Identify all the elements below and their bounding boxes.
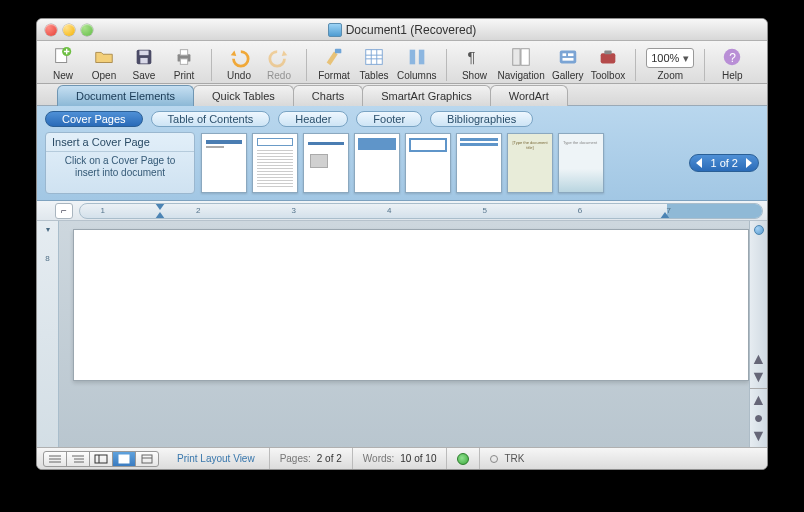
ruler-bar: ⌐ 1 2 3 4 5 6 7 bbox=[37, 201, 767, 221]
spell-check-icon[interactable] bbox=[457, 453, 469, 465]
svg-rect-3 bbox=[139, 51, 148, 56]
track-changes-icon[interactable] bbox=[490, 455, 498, 463]
undo-button[interactable]: Undo bbox=[222, 45, 256, 81]
pager-text: 1 of 2 bbox=[710, 157, 738, 169]
print-layout-view-button[interactable] bbox=[112, 451, 136, 467]
insert-desc: Click on a Cover Page to insert into doc… bbox=[46, 152, 194, 182]
open-icon bbox=[90, 45, 118, 69]
app-window: Document1 (Recovered) New Open Save Prin… bbox=[36, 18, 768, 470]
svg-text:¶: ¶ bbox=[468, 49, 476, 65]
format-icon bbox=[320, 45, 348, 69]
main-toolbar: New Open Save Print Undo Redo Format bbox=[37, 41, 767, 84]
element-tabs: Document Elements Quick Tables Charts Sm… bbox=[37, 84, 767, 106]
indent-marker-top[interactable] bbox=[155, 203, 165, 210]
save-button[interactable]: Save bbox=[127, 45, 161, 81]
svg-rect-20 bbox=[604, 51, 611, 55]
pager-prev[interactable] bbox=[696, 158, 702, 168]
tab-quick-tables[interactable]: Quick Tables bbox=[193, 85, 294, 106]
tab-document-elements[interactable]: Document Elements bbox=[57, 85, 194, 106]
cover-thumb[interactable] bbox=[405, 133, 451, 193]
undo-icon bbox=[225, 45, 253, 69]
tables-icon bbox=[360, 45, 388, 69]
prev-page-icon[interactable]: ▲ bbox=[752, 393, 766, 407]
svg-rect-19 bbox=[601, 53, 616, 63]
cover-thumb[interactable] bbox=[303, 133, 349, 193]
pages-value: 2 of 2 bbox=[317, 453, 342, 464]
insert-title: Insert a Cover Page bbox=[46, 133, 194, 152]
scroll-up-icon[interactable]: ▲ bbox=[752, 352, 766, 366]
vertical-ruler[interactable]: ▾ 8 bbox=[37, 221, 59, 447]
cover-thumb[interactable] bbox=[201, 133, 247, 193]
format-button[interactable]: Format bbox=[317, 45, 351, 81]
tab-charts[interactable]: Charts bbox=[293, 85, 363, 106]
subtab-header[interactable]: Header bbox=[278, 111, 348, 127]
svg-rect-24 bbox=[119, 455, 129, 463]
subtab-footer[interactable]: Footer bbox=[356, 111, 422, 127]
new-button[interactable]: New bbox=[45, 45, 81, 81]
print-icon bbox=[170, 45, 198, 69]
show-icon: ¶ bbox=[460, 45, 488, 69]
notebook-view-button[interactable] bbox=[135, 451, 159, 467]
vertical-scrollbar[interactable]: ▲ ▼ ▲ ● ▼ bbox=[749, 221, 767, 447]
gallery-pager: 1 of 2 bbox=[689, 154, 759, 172]
indent-marker-bottom[interactable] bbox=[155, 212, 165, 219]
redo-icon bbox=[265, 45, 293, 69]
svg-rect-17 bbox=[568, 53, 574, 56]
svg-rect-10 bbox=[409, 50, 415, 65]
pager-next[interactable] bbox=[746, 158, 752, 168]
tables-button[interactable]: Tables bbox=[357, 45, 391, 81]
columns-button[interactable]: Columns bbox=[397, 45, 436, 81]
cover-thumb[interactable] bbox=[456, 133, 502, 193]
subtab-cover-pages[interactable]: Cover Pages bbox=[45, 111, 143, 127]
navigation-button[interactable]: Navigation bbox=[497, 45, 544, 81]
cover-thumb[interactable] bbox=[354, 133, 400, 193]
svg-rect-15 bbox=[559, 51, 576, 64]
svg-rect-13 bbox=[513, 49, 520, 66]
svg-rect-8 bbox=[335, 49, 341, 54]
cover-thumb[interactable]: Type the document bbox=[558, 133, 604, 193]
help-icon: ? bbox=[718, 45, 746, 69]
save-icon bbox=[130, 45, 158, 69]
svg-rect-11 bbox=[419, 50, 425, 65]
subtab-toc[interactable]: Table of Contents bbox=[151, 111, 271, 127]
toolbox-button[interactable]: Toolbox bbox=[591, 45, 625, 81]
cover-thumb[interactable]: [Type the document title] bbox=[507, 133, 553, 193]
scroll-thumb[interactable] bbox=[754, 225, 764, 235]
tab-smartart[interactable]: SmartArt Graphics bbox=[362, 85, 490, 106]
tab-selector[interactable]: ⌐ bbox=[55, 203, 73, 219]
titlebar: Document1 (Recovered) bbox=[37, 19, 767, 41]
status-bar: Print Layout View Pages: 2 of 2 Words: 1… bbox=[37, 447, 767, 469]
svg-rect-9 bbox=[366, 50, 383, 65]
open-button[interactable]: Open bbox=[87, 45, 121, 81]
chevron-down-icon: ▾ bbox=[683, 52, 689, 65]
horizontal-ruler[interactable]: 1 2 3 4 5 6 7 bbox=[79, 203, 763, 219]
redo-button[interactable]: Redo bbox=[262, 45, 296, 81]
show-button[interactable]: ¶ Show bbox=[457, 45, 491, 81]
subtab-bibliographies[interactable]: Bibliographies bbox=[430, 111, 533, 127]
svg-rect-4 bbox=[140, 58, 147, 63]
document-page[interactable] bbox=[73, 229, 749, 381]
words-value: 10 of 10 bbox=[400, 453, 436, 464]
gallery-button[interactable]: Gallery bbox=[551, 45, 585, 81]
cover-thumb[interactable] bbox=[252, 133, 298, 193]
publishing-view-button[interactable] bbox=[89, 451, 113, 467]
next-page-icon[interactable]: ▼ bbox=[752, 429, 766, 443]
print-button[interactable]: Print bbox=[167, 45, 201, 81]
scroll-down-icon[interactable]: ▼ bbox=[752, 370, 766, 384]
svg-rect-14 bbox=[521, 49, 529, 66]
zoom-control[interactable]: 100%▾ Zoom bbox=[646, 48, 694, 81]
navigation-icon bbox=[507, 45, 535, 69]
svg-rect-18 bbox=[562, 58, 573, 61]
svg-rect-7 bbox=[180, 59, 187, 65]
svg-rect-16 bbox=[562, 53, 566, 56]
browse-object-icon[interactable]: ● bbox=[752, 411, 766, 425]
tab-wordart[interactable]: WordArt bbox=[490, 85, 568, 106]
view-label: Print Layout View bbox=[177, 453, 255, 464]
new-icon bbox=[45, 45, 81, 69]
toolbox-icon bbox=[594, 45, 622, 69]
document-area: ▾ 8 ▲ ▼ ▲ ● ▼ bbox=[37, 221, 767, 447]
outline-view-button[interactable] bbox=[66, 451, 90, 467]
draft-view-button[interactable] bbox=[43, 451, 67, 467]
right-indent-marker[interactable] bbox=[660, 212, 670, 219]
help-button[interactable]: ? Help bbox=[715, 45, 749, 81]
